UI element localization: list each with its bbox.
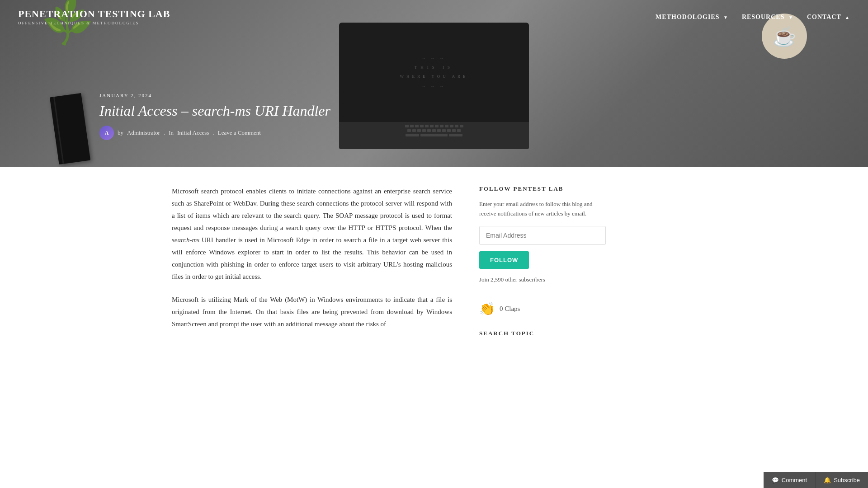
author-avatar: A [99,126,114,140]
follow-widget: FOLLOW PENTEST LAB Enter your email addr… [479,185,606,283]
comment-link[interactable]: Leave a Comment [218,129,261,136]
dropdown-arrow-contact: ▲ [845,15,850,20]
top-nav: PENETRATION TESTING LAB OFFENSIVE TECHNI… [0,0,868,33]
site-title: PENETRATION TESTING LAB [18,8,170,20]
dropdown-arrow-resources: ▼ [788,15,793,20]
sidebar: FOLLOW PENTEST LAB Enter your email addr… [479,185,606,355]
meta-separator-2: . [212,129,214,136]
post-title-hero: Initial Access – search-ms URI Handler [99,103,330,119]
nav-link-contact[interactable]: CONTACT ▲ [807,14,850,20]
nav-link-resources[interactable]: RESOURCES ▼ [742,14,793,20]
article-paragraph-2: Microsoft is utilizing Mark of the Web (… [172,294,452,330]
meta-separator-1: . [164,129,165,136]
site-header: ~ ~ ~ THIS IS WHERE YOU ARE ~ ~ ~ [0,0,868,167]
article-paragraph-1: Microsoft search protocol enables client… [172,185,452,283]
claps-section: 👏 0 Claps [479,301,606,316]
hero-content: JANUARY 2, 2024 Initial Access – search-… [99,93,330,140]
dropdown-arrow-methodologies: ▼ [723,15,728,20]
claps-count: 0 Claps [500,305,520,313]
post-meta: A by Administrator . In Initial Access .… [99,126,330,140]
search-topic-title: SEARCH TOPIC [479,330,606,337]
email-address-input[interactable] [479,226,606,245]
nav-item-resources[interactable]: RESOURCES ▼ [742,13,793,21]
subscriber-count: Join 2,590 other subscribers [479,276,545,283]
article-italic-term: search-ms [172,236,199,244]
nav-item-contact[interactable]: CONTACT ▲ [807,13,850,21]
follow-widget-description: Enter your email address to follow this … [479,200,606,219]
follow-button[interactable]: FOLLOW [479,251,529,269]
nav-item-methodologies[interactable]: METHODOLOGIES ▼ [656,13,728,21]
article-body: Microsoft search protocol enables client… [172,185,479,355]
follow-widget-title: FOLLOW PENTEST LAB [479,185,606,192]
post-date: JANUARY 2, 2024 [99,93,330,98]
author-link[interactable]: Administrator [127,129,160,136]
site-branding: PENETRATION TESTING LAB OFFENSIVE TECHNI… [18,8,170,25]
category-link[interactable]: Initial Access [177,129,209,136]
claps-icon: 👏 [479,301,495,316]
nav-menu: METHODOLOGIES ▼ RESOURCES ▼ CONTACT ▲ [656,13,850,21]
main-content: Microsoft search protocol enables client… [163,167,705,373]
post-meta-by: by [118,129,123,136]
nav-link-methodologies[interactable]: METHODOLOGIES ▼ [656,14,728,20]
site-tagline: OFFENSIVE TECHNIQUES & METHODOLOGIES [18,21,170,25]
search-topic-widget: SEARCH TOPIC [479,330,606,337]
post-meta-in: In [169,129,174,136]
